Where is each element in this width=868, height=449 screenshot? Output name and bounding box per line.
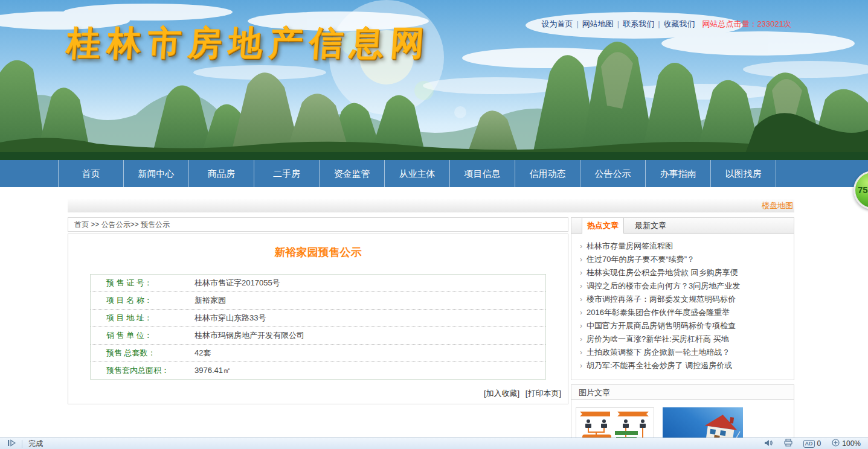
browser-statusbar: 完成 AD 0: [0, 438, 868, 449]
nav-item-home[interactable]: 首页: [59, 160, 124, 187]
table-row: 项 目 名 称： 新裕家园: [91, 292, 545, 310]
announcement-panel: 新裕家园预售公示 预 售 证 号： 桂林市售证字2017055号 项 目 名 称…: [68, 234, 568, 404]
list-item: ›桂林市存量房网签流程图: [580, 240, 789, 253]
breadcrumb: 首页 >> 公告公示>> 预售公示: [68, 217, 568, 232]
nav-item-second-hand-housing[interactable]: 二手房: [254, 160, 320, 187]
main-column: 首页 >> 公告公示>> 预售公示 新裕家园预售公示 预 售 证 号： 桂林市售…: [68, 217, 568, 449]
zoom-plus-icon: [832, 439, 840, 448]
page-content: 楼盘地图 首页 >> 公告公示>> 预售公示 新裕家园预售公示 预 售 证 号：…: [68, 199, 794, 449]
field-label: 项 目 名 称：: [106, 292, 194, 309]
list-item: ›住过70年的房子要不要“续费”？: [580, 253, 789, 266]
list-item: ›胡乃军:不能再全社会炒房了 调控遏房价或: [580, 359, 789, 372]
list-item: ›调控之后的楼市会走向何方？3问房地产业发: [580, 279, 789, 293]
print-page-link[interactable]: [打印本页]: [526, 389, 561, 398]
ad-blocker-control[interactable]: AD 0: [803, 439, 821, 448]
bullet-arrow-icon: ›: [580, 255, 582, 264]
statusbar-divider: [22, 440, 22, 448]
field-value: 桂林市穿山东路33号: [194, 310, 266, 326]
article-link[interactable]: 房价为啥一直涨?新华社:买房杠杆高 买地: [587, 334, 728, 343]
nav-item-project-info[interactable]: 项目信息: [450, 160, 515, 187]
breadcrumb-path[interactable]: 首页 >> 公告公示>> 预售公示: [74, 220, 170, 229]
article-link[interactable]: 中国官方开展商品房销售明码标价专项检查: [587, 321, 736, 330]
articles-panel: 热点文章 最新文章 ›桂林市存量房网签流程图 ›住过70年的房子要不要“续费”？…: [571, 217, 794, 380]
speaker-icon[interactable]: [764, 439, 773, 448]
bullet-arrow-icon: ›: [580, 335, 582, 343]
link-favorite-us[interactable]: 收藏我们: [664, 19, 695, 28]
bullet-arrow-icon: ›: [580, 361, 582, 370]
toolbar-strip: 楼盘地图: [68, 199, 794, 212]
nav-item-credit-updates[interactable]: 信用动态: [515, 160, 580, 187]
nav-item-service-guide[interactable]: 办事指南: [646, 160, 711, 187]
link-separator: |: [617, 19, 619, 28]
bullet-arrow-icon: ›: [580, 322, 582, 330]
tab-latest-articles[interactable]: 最新文章: [624, 218, 677, 233]
article-link[interactable]: 楼市调控再落子：两部委发文规范明码标价: [587, 295, 736, 304]
table-row: 项 目 地 址： 桂林市穿山东路33号: [91, 310, 545, 327]
zoom-level-value: 100%: [842, 439, 861, 448]
article-link[interactable]: 胡乃军:不能再全社会炒房了 调控遏房价或: [587, 361, 732, 370]
table-row: 预 售 证 号： 桂林市售证字2017055号: [91, 275, 545, 292]
ad-blocker-count: 0: [817, 439, 821, 448]
link-separator: |: [576, 19, 578, 28]
presale-detail-table: 预 售 证 号： 桂林市售证字2017055号 项 目 名 称： 新裕家园 项 …: [90, 274, 546, 380]
floating-widget-number: 75: [858, 185, 868, 195]
tab-hot-articles[interactable]: 热点文章: [582, 218, 624, 234]
link-contact-us[interactable]: 联系我们: [623, 19, 654, 28]
site-logo: 桂林市房地产信息网: [65, 21, 432, 66]
nav-item-commodity-housing[interactable]: 商品房: [189, 160, 254, 187]
field-label: 项 目 地 址：: [106, 310, 194, 326]
sidebar: 热点文章 最新文章 ›桂林市存量房网签流程图 ›住过70年的房子要不要“续费”？…: [571, 217, 794, 449]
photo-section-title: 图片文章: [571, 385, 794, 400]
list-item: ›中国官方开展商品房销售明码标价专项检查: [580, 319, 789, 333]
field-value: 3976.41㎡: [194, 362, 231, 379]
site-hit-counter: 网站总点击量：233021次: [702, 19, 791, 28]
nav-item-practitioners[interactable]: 从业主体: [385, 160, 450, 187]
header-banner: 桂林市房地产信息网 设为首页|网站地图|联系我们|收藏我们网站总点击量：2330…: [0, 0, 868, 160]
nav-item-map-search[interactable]: 以图找房: [711, 160, 776, 187]
article-link[interactable]: 桂林实现住房公积金异地贷款 回乡购房享便: [587, 268, 738, 277]
link-set-homepage[interactable]: 设为首页: [541, 19, 573, 28]
status-text: 完成: [28, 439, 43, 449]
page-title: 新裕家园预售公示: [68, 245, 568, 260]
hit-counter-value: 233021次: [757, 19, 791, 28]
nav-item-fund-supervision[interactable]: 资金监管: [320, 160, 385, 187]
add-favorite-link[interactable]: [加入收藏]: [484, 389, 519, 398]
hit-counter-label: 网站总点击量：: [702, 19, 757, 28]
ad-blocker-icon: AD: [803, 440, 815, 448]
field-label: 预售 总套数：: [106, 345, 194, 361]
table-row: 预售 总套数： 42套: [91, 345, 545, 362]
field-label: 销 售 单 位：: [106, 327, 194, 344]
bullet-arrow-icon: ›: [580, 308, 582, 317]
status-flag-icon[interactable]: [7, 439, 16, 448]
bullet-arrow-icon: ›: [580, 295, 582, 304]
field-value: 桂林市玛钢房地产开发有限公司: [194, 327, 304, 344]
link-sitemap[interactable]: 网站地图: [582, 19, 614, 28]
article-actions: [加入收藏] [打印本页]: [480, 388, 561, 399]
bullet-arrow-icon: ›: [580, 282, 582, 290]
article-link[interactable]: 调控之后的楼市会走向何方？3问房地产业发: [587, 281, 740, 290]
nav-item-announcements[interactable]: 公告公示: [580, 160, 646, 187]
article-link[interactable]: 住过70年的房子要不要“续费”？: [587, 255, 695, 264]
article-link[interactable]: 2016年彰泰集团合作伙伴年度盛会隆重举: [587, 308, 730, 317]
header-links: 设为首页|网站地图|联系我们|收藏我们网站总点击量：233021次: [541, 19, 791, 30]
bullet-arrow-icon: ›: [580, 242, 582, 250]
link-separator: |: [658, 19, 660, 28]
building-map-link[interactable]: 楼盘地图: [762, 201, 793, 210]
zoom-control[interactable]: 100%: [832, 439, 861, 448]
field-value: 新裕家园: [194, 292, 226, 309]
nav-items: 首页 新闻中心 商品房 二手房 资金监管 从业主体 项目信息 信用动态 公告公示…: [58, 160, 868, 187]
article-list: ›桂林市存量房网签流程图 ›住过70年的房子要不要“续费”？ ›桂林实现住房公积…: [571, 234, 794, 380]
field-label: 预售套内总面积：: [106, 362, 194, 379]
article-link[interactable]: 桂林市存量房网签流程图: [587, 241, 673, 250]
field-value: 桂林市售证字2017055号: [194, 275, 280, 291]
nav-item-news-center[interactable]: 新闻中心: [124, 160, 189, 187]
bullet-arrow-icon: ›: [580, 348, 582, 357]
printer-icon[interactable]: [784, 439, 792, 448]
article-link[interactable]: 土拍政策调整下 房企掀新一轮土地暗战？: [587, 348, 730, 357]
main-nav: 首页 新闻中心 商品房 二手房 资金监管 从业主体 项目信息 信用动态 公告公示…: [0, 160, 868, 187]
articles-tabbar: 热点文章 最新文章: [571, 218, 794, 234]
table-row: 销 售 单 位： 桂林市玛钢房地产开发有限公司: [91, 327, 545, 345]
bullet-arrow-icon: ›: [580, 269, 582, 277]
list-item: ›土拍政策调整下 房企掀新一轮土地暗战？: [580, 346, 789, 359]
field-label: 预 售 证 号：: [106, 275, 194, 291]
